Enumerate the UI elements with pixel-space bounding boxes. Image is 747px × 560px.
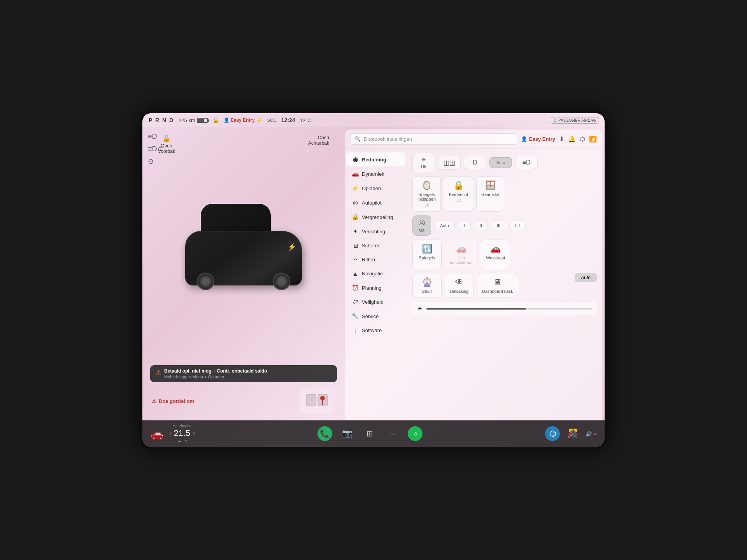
vergrendeling-icon: 🔒 bbox=[352, 214, 359, 220]
nav-item-software[interactable]: ↓ Software bbox=[346, 324, 405, 337]
wiper-btn-2[interactable]: II bbox=[474, 220, 488, 231]
nav-item-ritten[interactable]: 〰 Ritten bbox=[346, 253, 405, 266]
opladen-icon: ⚡ bbox=[352, 185, 359, 192]
prnd-display: P R N D bbox=[149, 117, 174, 123]
temp-up-icon[interactable]: › bbox=[193, 430, 195, 437]
nav-label-ritten: Ritten bbox=[362, 257, 375, 262]
software-icon: ↓ bbox=[352, 327, 359, 334]
search-box[interactable]: 🔍 Doorzoek instellingen bbox=[350, 133, 517, 145]
rear-left-wheel bbox=[273, 273, 290, 290]
display-section: ☀ Uit ◫◫ D Auto bbox=[412, 153, 597, 172]
raamslot-card[interactable]: 🪟 Raamslot bbox=[476, 176, 504, 212]
nav-item-scherm[interactable]: 🖥 Scherm bbox=[346, 239, 405, 252]
display-btn-auto[interactable]: Auto bbox=[489, 157, 512, 168]
bottom-left: 🚗 Handmatig ‹ 21.5 › ☁ ≈ bbox=[150, 424, 195, 443]
wiper-btn-3[interactable]: III bbox=[491, 220, 506, 231]
seatbelt-label: Doe gordel om bbox=[159, 398, 194, 404]
nav-item-veiligheid[interactable]: 🛡 Veiligheid bbox=[346, 295, 405, 309]
bluetooth-button[interactable]: ⌬ bbox=[545, 426, 560, 441]
navigatie-icon: ▲ bbox=[352, 270, 359, 277]
temp-label: Handmatig bbox=[169, 424, 195, 428]
car-bottom-icon[interactable]: 🚗 bbox=[150, 427, 164, 440]
bell-icon[interactable]: 🔔 bbox=[568, 135, 576, 143]
emoji-button[interactable]: 🎊 bbox=[565, 426, 580, 441]
temperature-display: 12°C bbox=[300, 117, 311, 123]
kinderslot-card[interactable]: 🔒 Kinderslot uit bbox=[444, 176, 473, 212]
display-btn-5[interactable]: ≡D bbox=[515, 156, 538, 169]
volume-icon: 🔊 bbox=[586, 431, 592, 437]
nav-label-dynamiek: Dynamiek bbox=[362, 171, 384, 177]
nav-label-navigatie: Navigatie bbox=[362, 271, 383, 276]
display-icon[interactable]: ≡D⊂ bbox=[148, 145, 163, 153]
nav-item-opladen[interactable]: ⚡ Opladen bbox=[346, 181, 405, 195]
dashboard-card[interactable]: 🖥 Dashboard kast. bbox=[477, 273, 518, 298]
bewaking-card[interactable]: 👁 Bewaking bbox=[445, 273, 474, 298]
auto-button[interactable]: Auto bbox=[575, 273, 597, 282]
volume-indicator: 🔊 × bbox=[586, 431, 597, 437]
action-row-2: 🎡 Stuur 👁 Bewaking 🖥 Dashboard kast. bbox=[412, 273, 572, 298]
auto-label: Auto bbox=[581, 275, 591, 280]
spotify-button[interactable]: ♫ bbox=[408, 426, 423, 441]
camera-button[interactable]: 📷 bbox=[340, 426, 355, 441]
temp-down-icon[interactable]: ‹ bbox=[169, 430, 171, 437]
bluetooth-icon[interactable]: ⌬ bbox=[580, 135, 585, 143]
display-btn-2[interactable]: ◫◫ bbox=[438, 156, 461, 170]
display-btn-3[interactable]: D bbox=[464, 156, 486, 169]
niet-beschikbaar-card: 🚗 Nietbeschikbaar bbox=[445, 240, 478, 269]
display-btn-uit[interactable]: ☀ Uit bbox=[412, 153, 435, 172]
nav-label-veiligheid: Veiligheid bbox=[362, 299, 384, 305]
temp-value: 21.5 bbox=[174, 428, 190, 438]
profile-icon: 👤 bbox=[224, 117, 230, 123]
apps-button[interactable]: ⊞ bbox=[363, 426, 377, 441]
main-content: ≡D ≡D⊂ ⊙ 🔓 OpenVoorbak OpenAchterbak bbox=[142, 127, 605, 420]
open-achterbak-button[interactable]: OpenAchterbak bbox=[308, 135, 329, 154]
action-row-1: 🔃 Spiegels 🚗 Nietbeschikbaar 🚗 Wasstraat bbox=[412, 240, 597, 269]
mirrors-inklappen-card[interactable]: 🪞 Spiegelsinklappen uit bbox=[412, 176, 441, 212]
warning-banner: ⚠ Betaald opl. niet mog. - Contr. onbeta… bbox=[150, 365, 337, 382]
wasstraat-card[interactable]: 🚗 Wasstraat bbox=[481, 240, 510, 269]
display-uit-icon: ☀ bbox=[421, 156, 426, 163]
stuur-icon: 🎡 bbox=[422, 277, 432, 287]
nav-item-navigatie[interactable]: ▲ Navigatie bbox=[346, 267, 405, 280]
headlight-icon[interactable]: ≡D bbox=[148, 133, 163, 141]
spiegels-label: Spiegels bbox=[419, 256, 435, 260]
climate-icon-1: ☁ bbox=[177, 438, 181, 443]
signal-icon[interactable]: 📶 bbox=[589, 135, 597, 143]
niet-beschikbaar-icon: 🚗 bbox=[456, 244, 466, 254]
stuur-card[interactable]: 🎡 Stuur bbox=[412, 273, 442, 298]
nav-label-scherm: Scherm bbox=[362, 243, 379, 248]
wiper-btn-auto[interactable]: Auto bbox=[434, 220, 455, 231]
nav-item-autopilot[interactable]: ◎ Autopilot bbox=[346, 196, 405, 210]
nav-item-service[interactable]: 🔧 Service bbox=[346, 309, 405, 323]
brightness-slider[interactable] bbox=[426, 308, 592, 310]
dots-button[interactable]: ··· bbox=[385, 426, 400, 441]
screen-bezel: P R N D 225 km 🔒 👤 Easy Entry ⚡ SOC 12:2… bbox=[140, 111, 607, 449]
nav-item-vergrendeling[interactable]: 🔒 Vergrendeling bbox=[346, 210, 405, 224]
wiper-uit-label: Uit bbox=[419, 228, 424, 233]
nav-label-service: Service bbox=[362, 313, 379, 319]
nav-item-verlichting[interactable]: ✦ Verlichting bbox=[346, 224, 405, 238]
nav-item-dynamiek[interactable]: 🚗 Dynamiek bbox=[346, 167, 405, 181]
warning-status-icon: ⚡ bbox=[256, 117, 263, 123]
svg-point-2 bbox=[320, 396, 325, 401]
wiper-3-label: III bbox=[497, 223, 500, 228]
bottom-bar: 🚗 Handmatig ‹ 21.5 › ☁ ≈ 📞 📷 bbox=[142, 420, 605, 447]
download-icon[interactable]: ⬇ bbox=[559, 135, 564, 143]
autopilot-icon: ◎ bbox=[352, 199, 359, 206]
front-left-wheel bbox=[197, 273, 214, 290]
bottom-center: 📞 📷 ⊞ ··· ♫ bbox=[317, 426, 423, 441]
nav-item-planning[interactable]: ⏰ Planning bbox=[346, 281, 405, 295]
bottom-right: ⌬ 🎊 🔊 × bbox=[545, 426, 597, 441]
spiegels-card[interactable]: 🔃 Spiegels bbox=[412, 240, 442, 269]
phone-button[interactable]: 📞 bbox=[317, 426, 332, 441]
seatbelt-icon: ⚠ bbox=[152, 398, 156, 404]
wiper-btn-uit[interactable]: 🌬 Uit bbox=[412, 215, 431, 236]
wiper-btn-1[interactable]: I bbox=[458, 220, 471, 231]
nav-label-software: Software bbox=[362, 327, 382, 333]
nav-item-bediening[interactable]: ◉ Bediening bbox=[346, 152, 405, 166]
car-body bbox=[185, 231, 302, 285]
display-2-icon: ◫◫ bbox=[444, 159, 455, 166]
planning-icon: ⏰ bbox=[352, 284, 359, 291]
screen: P R N D 225 km 🔒 👤 Easy Entry ⚡ SOC 12:2… bbox=[142, 113, 605, 447]
wiper-btn-4[interactable]: IIII bbox=[509, 220, 526, 231]
